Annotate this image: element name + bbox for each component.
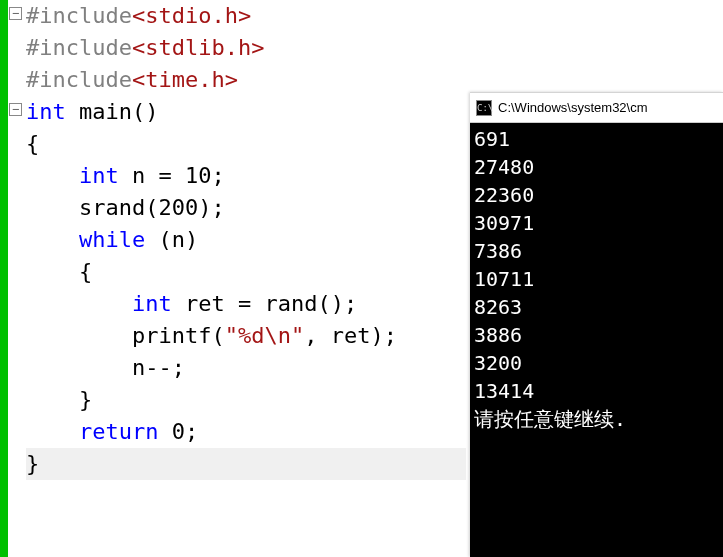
- code-line[interactable]: int ret = rand();: [26, 288, 466, 320]
- code-line[interactable]: #include<stdio.h>: [26, 0, 466, 32]
- console-title: C:\Windows\system32\cm: [498, 100, 648, 115]
- console-titlebar[interactable]: C:\ C:\Windows\system32\cm: [470, 93, 723, 123]
- console-window[interactable]: C:\ C:\Windows\system32\cm 691 27480 223…: [470, 92, 723, 557]
- code-line[interactable]: printf("%d\n", ret);: [26, 320, 466, 352]
- code-line[interactable]: #include<time.h>: [26, 64, 466, 96]
- code-line[interactable]: {: [26, 256, 466, 288]
- fold-toggle[interactable]: −: [9, 7, 22, 20]
- cmd-icon: C:\: [476, 100, 492, 116]
- code-line[interactable]: #include<stdlib.h>: [26, 32, 466, 64]
- code-area[interactable]: #include<stdio.h>#include<stdlib.h>#incl…: [26, 0, 466, 480]
- code-line[interactable]: }: [26, 384, 466, 416]
- fold-toggle[interactable]: −: [9, 103, 22, 116]
- console-output: 691 27480 22360 30971 7386 10711 8263 38…: [470, 123, 723, 435]
- code-line[interactable]: return 0;: [26, 416, 466, 448]
- code-line[interactable]: {: [26, 128, 466, 160]
- code-line[interactable]: int main(): [26, 96, 466, 128]
- code-line[interactable]: n--;: [26, 352, 466, 384]
- fold-column: −−: [8, 0, 26, 557]
- code-line[interactable]: while (n): [26, 224, 466, 256]
- code-line[interactable]: int n = 10;: [26, 160, 466, 192]
- code-line[interactable]: }: [26, 448, 466, 480]
- code-line[interactable]: srand(200);: [26, 192, 466, 224]
- change-gutter: [0, 0, 8, 557]
